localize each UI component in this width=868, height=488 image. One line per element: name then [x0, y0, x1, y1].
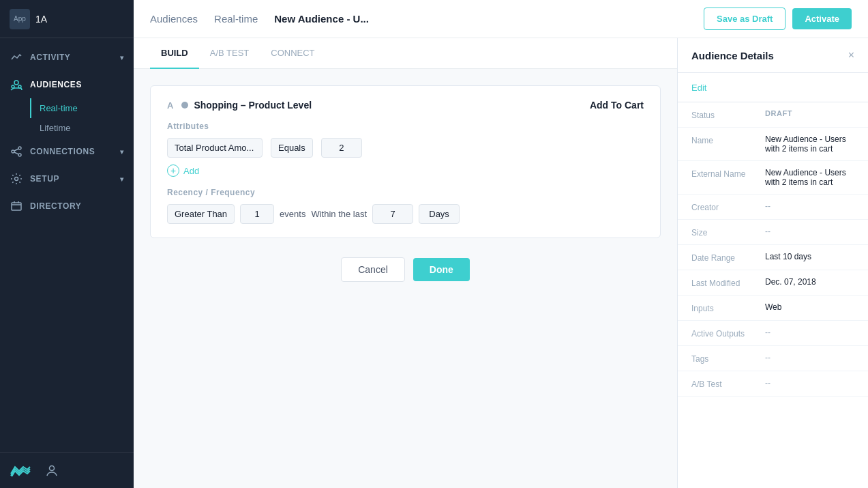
sidebar-item-lifetime[interactable]: Lifetime: [30, 118, 134, 138]
tab-connect[interactable]: CONNECT: [260, 38, 325, 69]
details-body: Status DRAFT Name New Audience - Users w…: [678, 102, 868, 397]
sidebar-item-audiences-label: AUDIENCES: [30, 80, 82, 89]
svg-point-10: [50, 466, 55, 471]
block-header: A Shopping – Product Level Add To Cart: [167, 100, 644, 111]
main-content: Audiences Real-time New Audience - U... …: [134, 0, 868, 488]
add-label: Add: [183, 166, 199, 176]
app-icon: App: [10, 9, 30, 29]
detail-val-status: DRAFT: [765, 109, 792, 120]
activity-chevron-icon: ▾: [120, 54, 124, 61]
detail-row-inputs: Inputs Web: [678, 296, 868, 321]
tab-build[interactable]: BUILD: [150, 38, 199, 69]
attribute-field[interactable]: Total Product Amo...: [167, 138, 263, 158]
sidebar-footer: [0, 452, 134, 488]
directory-icon: [10, 199, 23, 213]
recency-operator[interactable]: Greater Than: [167, 204, 235, 224]
save-draft-button[interactable]: Save as Draft: [704, 8, 785, 30]
sidebar-item-setup[interactable]: SETUP ▾: [0, 165, 134, 192]
detail-key-active-outputs: Active Outputs: [691, 328, 760, 339]
done-button[interactable]: Done: [413, 258, 470, 281]
event-name: Shopping – Product Level: [194, 100, 584, 111]
activate-button[interactable]: Activate: [792, 8, 852, 29]
detail-row-creator: Creator --: [678, 195, 868, 220]
audiences-submenu: Real-time Lifetime: [0, 98, 134, 138]
svg-point-5: [18, 154, 21, 156]
sidebar-item-setup-label: SETUP: [30, 174, 59, 184]
details-edit-button[interactable]: Edit: [691, 83, 706, 93]
svg-point-4: [18, 147, 21, 149]
detail-key-inputs: Inputs: [691, 302, 760, 313]
svg-point-0: [14, 81, 18, 85]
editor-body: A Shopping – Product Level Add To Cart A…: [134, 69, 677, 488]
tab-ab-test[interactable]: A/B TEST: [199, 38, 260, 69]
details-panel: Audience Details × Edit Status DRAFT Nam…: [677, 38, 868, 488]
detail-key-external-name: External Name: [691, 168, 760, 187]
detail-val-last-modified: Dec. 07, 2018: [765, 277, 816, 288]
sidebar-item-audiences[interactable]: AUDIENCES: [0, 71, 134, 98]
topbar-audiences-link[interactable]: Audiences: [150, 13, 198, 25]
add-circle-icon: +: [167, 164, 179, 177]
attributes-section-label: Attributes: [167, 121, 644, 131]
detail-key-ab-test: A/B Test: [691, 378, 760, 389]
sidebar-item-realtime[interactable]: Real-time: [30, 98, 134, 118]
tabs-bar: BUILD A/B TEST CONNECT: [134, 38, 677, 69]
detail-row-size: Size --: [678, 220, 868, 245]
recency-section-label: Recency / Frequency: [167, 188, 644, 197]
close-icon[interactable]: ×: [848, 49, 854, 61]
detail-row-status: Status DRAFT: [678, 102, 868, 128]
sidebar-item-connections[interactable]: CONNECTIONS ▾: [0, 138, 134, 165]
svg-point-3: [12, 150, 14, 153]
topbar: Audiences Real-time New Audience - U... …: [134, 0, 868, 38]
attribute-row: Total Product Amo... Equals 2: [167, 138, 644, 158]
audiences-icon: [10, 78, 23, 91]
details-panel-title: Audience Details: [691, 50, 774, 61]
detail-val-date-range: Last 10 days: [765, 252, 811, 263]
content-area: BUILD A/B TEST CONNECT A Shopping – Prod…: [134, 38, 868, 488]
recency-number[interactable]: 1: [240, 204, 274, 224]
attribute-operator[interactable]: Equals: [271, 138, 313, 158]
recency-days-number[interactable]: 7: [372, 204, 413, 224]
editor-panel: BUILD A/B TEST CONNECT A Shopping – Prod…: [134, 38, 677, 488]
form-actions: Cancel Done: [150, 257, 661, 282]
recency-events-label: events: [280, 209, 305, 219]
detail-val-external-name: New Audience - Users with 2 items in car…: [765, 168, 854, 187]
block-dot-icon: [181, 102, 188, 109]
connections-icon: [10, 145, 23, 158]
sidebar: App 1A ACTIVITY ▾ AUDIENCES Real-time Li…: [0, 0, 134, 488]
detail-row-date-range: Date Range Last 10 days: [678, 245, 868, 270]
svg-rect-9: [12, 203, 21, 210]
sidebar-item-directory[interactable]: DIRECTORY: [0, 192, 134, 220]
detail-val-ab-test: --: [765, 378, 770, 389]
footer-user-icon[interactable]: [42, 461, 61, 480]
sidebar-item-activity[interactable]: ACTIVITY ▾: [0, 44, 134, 71]
add-button[interactable]: + Add: [167, 164, 199, 177]
topbar-page-title: New Audience - U...: [274, 13, 369, 25]
detail-key-status: Status: [691, 109, 760, 120]
detail-row-last-modified: Last Modified Dec. 07, 2018: [678, 270, 868, 296]
detail-val-creator: --: [765, 201, 770, 212]
detail-row-name: Name New Audience - Users with 2 items i…: [678, 128, 868, 161]
topbar-nav: Audiences Real-time New Audience - U...: [150, 13, 369, 25]
setup-icon: [10, 172, 23, 186]
details-header: Audience Details ×: [678, 38, 868, 73]
svg-point-1: [12, 85, 14, 88]
svg-line-6: [14, 149, 18, 151]
detail-val-active-outputs: --: [765, 328, 770, 339]
sidebar-item-directory-label: DIRECTORY: [30, 201, 81, 211]
detail-val-inputs: Web: [765, 302, 781, 313]
action-name: Add To Cart: [590, 100, 644, 111]
recency-days-unit[interactable]: Days: [419, 204, 460, 224]
attribute-value[interactable]: 2: [321, 138, 362, 158]
detail-val-size: --: [765, 227, 770, 238]
sidebar-nav: ACTIVITY ▾ AUDIENCES Real-time Lifetime …: [0, 38, 134, 452]
detail-key-creator: Creator: [691, 201, 760, 212]
detail-key-name: Name: [691, 134, 760, 154]
topbar-realtime-link[interactable]: Real-time: [214, 13, 258, 25]
sidebar-item-connections-label: CONNECTIONS: [30, 147, 95, 156]
topbar-actions: Save as Draft Activate: [704, 8, 852, 30]
activity-icon: [10, 51, 23, 64]
sidebar-brand: 1A: [35, 14, 47, 25]
recency-within-label: Within the last: [311, 209, 367, 219]
cancel-button[interactable]: Cancel: [341, 257, 405, 282]
svg-point-8: [15, 177, 18, 181]
